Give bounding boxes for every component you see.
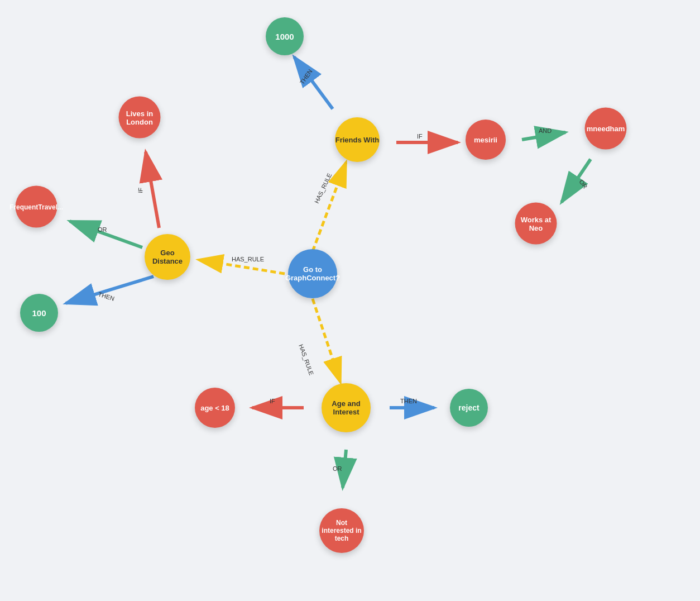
svg-text:OR: OR [98, 226, 107, 233]
svg-line-20 [70, 221, 142, 247]
svg-text:IF: IF [137, 187, 144, 193]
node-1000[interactable]: 1000 [266, 17, 304, 55]
svg-text:IF: IF [417, 133, 423, 140]
node-reject[interactable]: reject [450, 389, 488, 427]
svg-text:THEN: THEN [400, 398, 417, 404]
svg-text:HAS_RULE: HAS_RULE [313, 172, 333, 204]
svg-line-22 [66, 276, 154, 303]
svg-text:OR: OR [578, 178, 588, 189]
svg-text:THEN: THEN [97, 290, 115, 302]
node-mesirii[interactable]: mesirii [466, 120, 506, 160]
node-frequent-travel[interactable]: FrequentTravel... [16, 186, 57, 228]
svg-text:HAS_RULE: HAS_RULE [232, 256, 264, 263]
svg-text:HAS_RULE: HAS_RULE [298, 344, 315, 376]
node-age-and-interest[interactable]: Age and Interest [322, 383, 371, 432]
node-friends-with[interactable]: Friends With [335, 117, 380, 162]
svg-line-10 [294, 57, 333, 109]
svg-text:AND: AND [539, 127, 552, 134]
node-go-to-graphconnect[interactable]: Go toGraphConnect? [288, 249, 337, 298]
svg-text:OR: OR [333, 465, 342, 472]
node-not-interested[interactable]: Not interested in tech [319, 508, 364, 553]
svg-line-16 [562, 159, 591, 202]
svg-line-4 [313, 162, 346, 251]
node-mneedham[interactable]: mneedham [585, 108, 627, 150]
svg-text:THEN: THEN [299, 68, 314, 85]
svg-line-8 [313, 299, 341, 383]
node-lives-in-london[interactable]: Lives in London [119, 97, 161, 139]
svg-line-18 [146, 152, 159, 228]
svg-line-28 [343, 450, 346, 488]
node-geo-distance[interactable]: Geo Distance [145, 234, 190, 280]
svg-line-14 [522, 132, 565, 140]
node-works-at-neo[interactable]: Works at Neo [515, 203, 557, 245]
svg-text:IF: IF [270, 398, 275, 404]
node-age-lt-18[interactable]: age < 18 [195, 388, 235, 428]
svg-line-6 [198, 260, 285, 274]
node-100[interactable]: 100 [20, 294, 58, 332]
